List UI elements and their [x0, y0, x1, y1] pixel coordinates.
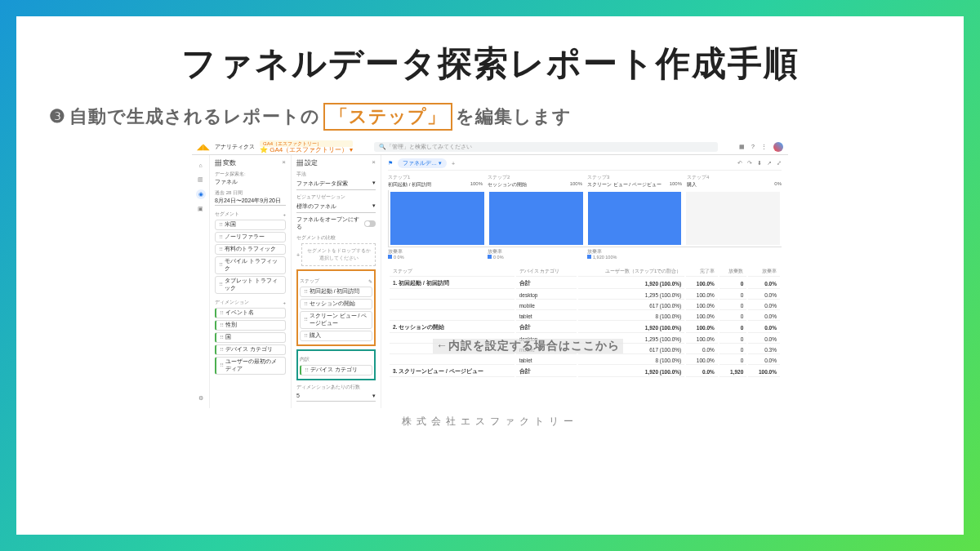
rows-per-dim-dropdown[interactable]: 5▾	[296, 391, 376, 402]
nav-rail: ⌂ ▥ ◉ ▣ ⚙	[192, 155, 210, 408]
drag-handle-icon: ⠿	[219, 222, 223, 229]
funnel-footer: 放棄率0 0% 放棄率0 0% 放棄率1,920 100%	[388, 249, 782, 260]
drag-handle-icon: ⠿	[219, 262, 223, 269]
drag-handle-icon: ⠿	[304, 289, 308, 295]
funnel-bar-2[interactable]	[489, 192, 583, 245]
col-abandonments[interactable]: 放棄数	[719, 266, 746, 277]
drag-handle-icon: ⠿	[219, 247, 223, 253]
redo-icon[interactable]: ↷	[747, 160, 752, 167]
segment-chip[interactable]: ⠿米国	[215, 220, 286, 230]
breakdown-chip[interactable]: ⠿デバイス カテゴリ	[300, 365, 372, 375]
viz-dropdown[interactable]: 標準のファネル▾	[296, 201, 376, 213]
rows-per-dim-label: ディメンションあたりの行数	[296, 384, 376, 391]
viz-label: ビジュアリゼーション	[296, 193, 376, 201]
search-icon: 🔍	[379, 144, 386, 150]
col-abandon-rate[interactable]: 放棄率	[748, 266, 780, 277]
share-icon[interactable]: ↗	[767, 160, 772, 167]
dimension-chip[interactable]: ⠿国	[215, 332, 286, 343]
segment-chip[interactable]: ⠿ノーリファラー	[215, 232, 286, 242]
segment-chip[interactable]: ⠿有料のトラフィック	[215, 244, 286, 255]
add-segment-icon[interactable]: +	[283, 212, 286, 217]
table-row[interactable]: tablet8 (100.0%)100.0%00.0%	[390, 312, 780, 321]
drag-handle-icon: ⠿	[220, 347, 224, 353]
settings-panel: ▦ 設定× 手法 ファネルデータ探索▾ ビジュアリゼーション 標準のファネル▾ …	[292, 155, 381, 408]
open-funnel-toggle[interactable]	[364, 220, 376, 227]
segments-label: セグメント	[215, 211, 239, 218]
apps-icon[interactable]: ▦	[739, 144, 745, 150]
property-name[interactable]: ⭐ GA4（エスファクトリー） ▾	[260, 147, 353, 153]
drag-handle-icon: ⠿	[305, 367, 309, 374]
drag-handle-icon: ⠿	[304, 333, 308, 340]
technique-label: 手法	[296, 171, 376, 178]
funnel-bar-4[interactable]	[686, 192, 780, 245]
explore-name[interactable]: ファネル	[215, 178, 286, 186]
dimension-chip[interactable]: ⠿ユーザーの最初のメディア	[215, 357, 286, 375]
drag-handle-icon: ⠿	[304, 317, 308, 323]
col-device[interactable]: デバイス カテゴリ	[516, 266, 577, 277]
table-row[interactable]: tablet8 (100.0%)100.0%00.0%	[390, 356, 780, 365]
nav-ads-icon[interactable]: ▣	[196, 204, 206, 214]
panel-title: ▦ 設定	[296, 158, 318, 167]
notifications-icon[interactable]: ⋮	[761, 144, 767, 150]
nav-explore-icon[interactable]: ◉	[196, 189, 206, 199]
tab-icon: ⚑	[388, 160, 393, 167]
subtitle-before: 自動で生成されるレポートの	[69, 104, 320, 129]
add-dimension-icon[interactable]: +	[283, 300, 286, 305]
avatar[interactable]	[773, 142, 783, 152]
step-chip[interactable]: ⠿セッションの開始	[300, 299, 372, 309]
dimension-chip[interactable]: ⠿デバイス カテゴリ	[215, 344, 286, 355]
funnel-data-table: ステップ デバイス カテゴリ ユーザー数（ステップ1での割合） 完了率 放棄数 …	[388, 264, 782, 379]
close-icon[interactable]: ×	[282, 158, 286, 167]
col-users[interactable]: ユーザー数（ステップ1での割合）	[578, 266, 684, 277]
steps-label: ステップ	[300, 278, 319, 285]
chevron-down-icon: ▾	[372, 202, 376, 211]
segment-drop-zone[interactable]: セグメントをドロップするか選択してください	[301, 243, 376, 266]
ga-brand: アナリティクス	[215, 143, 255, 151]
funnel-bar-3[interactable]	[588, 192, 682, 245]
technique-dropdown[interactable]: ファネルデータ探索▾	[296, 178, 376, 190]
search-placeholder: 「管理」と検索してみてください	[386, 143, 472, 151]
dimension-chip[interactable]: ⠿性別	[215, 320, 286, 331]
table-row[interactable]: desktop1,295 (100.0%)100.0%00.0%	[390, 291, 780, 300]
col-completion[interactable]: 完了率	[686, 266, 718, 277]
table-row[interactable]: 2. セッションの開始合計1,920 (100.0%)100.0%00.0%	[390, 322, 780, 333]
table-row[interactable]: mobile617 (100.0%)100.0%00.0%	[390, 301, 780, 310]
dimension-chip[interactable]: ⠿イベント名	[215, 308, 286, 318]
col-step[interactable]: ステップ	[390, 266, 514, 277]
ga-logo-icon: ◢◣	[197, 142, 210, 151]
fullscreen-icon[interactable]: ⤢	[777, 160, 782, 167]
chevron-down-icon: ▾	[372, 180, 376, 188]
table-row[interactable]: 1. 初回起動 / 初回訪問合計1,920 (100.0%)100.0%00.0…	[390, 278, 780, 289]
step-chip[interactable]: ⠿初回起動 / 初回訪問	[300, 287, 372, 297]
nav-home-icon[interactable]: ⌂	[196, 160, 206, 170]
funnel-step-labels: ステップ1初回起動 / 初回訪問100% ステップ2セッションの開始100% ス…	[388, 174, 782, 189]
close-icon[interactable]: ×	[372, 158, 376, 167]
funnel-bar-1[interactable]	[390, 192, 484, 245]
breakdown-label: 内訳	[300, 356, 372, 363]
breakdown-annotation: ←内訳を設定する場合はここから	[433, 339, 623, 353]
undo-icon[interactable]: ↶	[737, 160, 742, 167]
help-icon[interactable]: ?	[751, 144, 755, 149]
ga-screenshot: ◢◣ アナリティクス GA4（エスファクトリー） ⭐ GA4（エスファクトリー）…	[192, 139, 788, 408]
chevron-down-icon: ▾	[372, 393, 376, 399]
segment-chip[interactable]: ⠿モバイル トラフィック	[215, 256, 286, 274]
step-chip[interactable]: ⠿購入	[300, 331, 372, 341]
search-input[interactable]: 🔍 「管理」と検索してみてください	[374, 142, 718, 152]
step-chip[interactable]: ⠿スクリーン ビュー / ページビュー	[300, 311, 372, 329]
nav-reports-icon[interactable]: ▥	[196, 175, 206, 184]
drag-handle-icon: ⠿	[220, 362, 224, 369]
add-tab-icon[interactable]: +	[452, 161, 455, 167]
add-icon[interactable]: +	[296, 252, 300, 258]
nav-settings-icon[interactable]: ⚙	[196, 393, 206, 403]
edit-steps-icon[interactable]: ✎	[368, 278, 372, 284]
date-range[interactable]: 8月24日〜2024年9月20日	[215, 197, 286, 206]
subtitle-after: を編集します	[456, 104, 572, 129]
top-bar: ◢◣ アナリティクス GA4（エスファクトリー） ⭐ GA4（エスファクトリー）…	[192, 139, 788, 155]
drag-handle-icon: ⠿	[220, 335, 224, 341]
segment-chip[interactable]: ⠿タブレット トラフィック	[215, 276, 286, 294]
tab-funnel[interactable]: ファネルデ… ▾	[398, 158, 447, 168]
table-row[interactable]: 3. スクリーンビュー / ページビュー合計1,920 (100.0%)0.0%…	[390, 367, 780, 377]
drag-handle-icon: ⠿	[219, 282, 223, 288]
download-icon[interactable]: ⬇	[757, 160, 762, 167]
step-number: ❸	[49, 106, 66, 127]
